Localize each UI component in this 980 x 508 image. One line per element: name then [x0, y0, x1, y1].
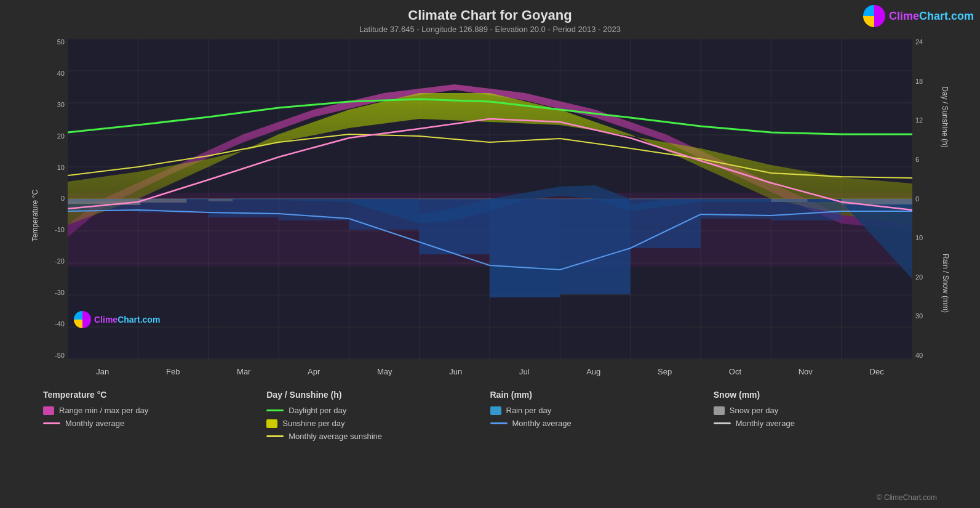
logo-clime: Clime	[889, 10, 919, 22]
y-axis-left: 50 40 30 20 10 0 -10 -20 -30 -40 -50	[37, 39, 68, 359]
legend-sunshine-swatch	[266, 419, 277, 428]
snow-bar-jan	[68, 199, 104, 204]
chart-subtitle: Latitude 37.645 - Longitude 126.889 - El…	[0, 25, 980, 34]
y-right-30: 30	[915, 313, 923, 320]
rain-bar-aug	[560, 199, 630, 294]
legend-rain-title: Rain (mm)	[490, 390, 714, 400]
chart-svg	[68, 39, 912, 359]
x-month-feb: Feb	[166, 367, 180, 376]
y-left-50: 50	[57, 39, 65, 46]
legend-temp-avg-label: Monthly average	[65, 419, 124, 428]
x-month-may: May	[377, 367, 392, 376]
copyright: © ClimeChart.com	[877, 493, 937, 502]
legend-sunshine-avg-line	[266, 435, 284, 437]
x-month-nov: Nov	[799, 367, 813, 376]
y-right-18: 18	[915, 78, 923, 85]
legend-snow-bar-label: Snow per day	[730, 406, 779, 415]
legend-daylight-line	[266, 409, 284, 411]
chart-area: ClimeChart.com	[68, 39, 912, 359]
x-month-apr: Apr	[308, 367, 320, 376]
legend-temp-range: Range min / max per day	[43, 406, 266, 415]
legend-snow-swatch	[714, 406, 725, 415]
y-right-24: 24	[915, 39, 923, 46]
snow-bar-mar	[209, 199, 233, 201]
x-month-jul: Jul	[519, 367, 530, 376]
snow-bar-nov	[771, 199, 807, 202]
y-left-30: 30	[57, 102, 65, 108]
x-month-aug: Aug	[586, 367, 600, 376]
logo-bottom-left: ClimeChart.com	[74, 311, 160, 328]
legend-sunshine: Day / Sunshine (h) Daylight per day Suns…	[266, 390, 490, 441]
logo-icon-bottom	[74, 311, 91, 328]
legend-sunshine-avg-label: Monthly average sunshine	[289, 432, 382, 441]
legend-rain: Rain (mm) Rain per day Monthly average	[490, 390, 714, 441]
legend-rain-avg-line	[490, 422, 508, 424]
y-right-40: 40	[915, 352, 923, 359]
legend-sunshine-title: Day / Sunshine (h)	[266, 390, 490, 400]
legend-daylight: Daylight per day	[266, 406, 490, 415]
y-left-10: 10	[57, 164, 65, 171]
y-left-n50: -50	[55, 352, 65, 359]
chart-wrapper: Temperature °C Day / Sunshine (h) Rain /…	[37, 39, 943, 384]
legend-sunshine-bar: Sunshine per day	[266, 419, 490, 428]
x-axis: Jan Feb Mar Apr May Jun Jul Aug Sep Oct …	[68, 359, 912, 384]
x-month-mar: Mar	[237, 367, 250, 376]
y-right-0: 0	[915, 196, 919, 203]
x-month-jan: Jan	[96, 367, 109, 376]
main-container: Climate Chart for Goyang Latitude 37.645…	[0, 0, 980, 508]
legend-rain-bar-label: Rain per day	[506, 406, 552, 415]
legend-area: Temperature °C Range min / max per day M…	[0, 384, 980, 447]
x-month-dec: Dec	[870, 367, 884, 376]
logo-top-right: ClimeChart.com	[863, 5, 974, 27]
y-right-20: 20	[915, 274, 923, 281]
legend-snow: Snow (mm) Snow per day Monthly average	[714, 390, 937, 441]
logo-text-bottom: ClimeChart.com	[94, 315, 160, 325]
legend-rain-avg: Monthly average	[490, 419, 714, 428]
y-axis-right: 24 18 12 6 0 10 20 30 40	[912, 39, 943, 359]
y-left-n10: -10	[55, 227, 65, 233]
legend-sunshine-bar-label: Sunshine per day	[282, 419, 345, 428]
legend-temp-range-label: Range min / max per day	[59, 406, 148, 415]
legend-snow-avg: Monthly average	[714, 419, 937, 428]
y-left-40: 40	[57, 70, 65, 77]
legend-rain-avg-label: Monthly average	[512, 419, 572, 428]
legend-temp-range-swatch	[43, 406, 54, 415]
legend-snow-title: Snow (mm)	[714, 390, 937, 400]
legend-snow-bar: Snow per day	[714, 406, 937, 415]
legend-snow-avg-line	[714, 422, 731, 424]
x-month-jun: Jun	[449, 367, 462, 376]
logo-icon-top	[863, 5, 885, 27]
y-left-n20: -20	[55, 258, 65, 265]
y-right-10: 10	[915, 235, 923, 241]
legend-rain-bar: Rain per day	[490, 406, 714, 415]
x-month-sep: Sep	[658, 367, 672, 376]
rain-bar-may	[349, 199, 419, 230]
y-left-0: 0	[61, 195, 65, 202]
legend-temp-avg: Monthly average	[43, 419, 266, 428]
y-left-n40: -40	[55, 321, 65, 328]
rain-bar-jul	[490, 199, 560, 297]
y-left-n30: -30	[55, 289, 65, 296]
logo-text-top: ClimeChart.com	[889, 10, 974, 23]
legend-temp-title: Temperature °C	[43, 390, 266, 400]
rain-bar-nov	[771, 199, 841, 220]
legend-temperature: Temperature °C Range min / max per day M…	[43, 390, 266, 441]
x-month-oct: Oct	[729, 367, 741, 376]
rain-bar-apr	[279, 199, 349, 220]
y-right-12: 12	[915, 117, 923, 124]
legend-snow-avg-label: Monthly average	[736, 419, 795, 428]
rain-bar-sep	[631, 199, 701, 248]
title-area: Climate Chart for Goyang Latitude 37.645…	[0, 0, 980, 34]
y-left-20: 20	[57, 133, 65, 140]
legend-rain-swatch	[490, 406, 501, 415]
y-right-6: 6	[915, 156, 919, 163]
logo-chart: Chart.com	[919, 10, 974, 22]
legend-sunshine-avg: Monthly average sunshine	[266, 432, 490, 441]
rain-bar-mar	[209, 199, 279, 217]
legend-daylight-label: Daylight per day	[289, 406, 346, 415]
chart-title: Climate Chart for Goyang	[0, 7, 980, 23]
legend-temp-avg-line	[43, 422, 60, 424]
